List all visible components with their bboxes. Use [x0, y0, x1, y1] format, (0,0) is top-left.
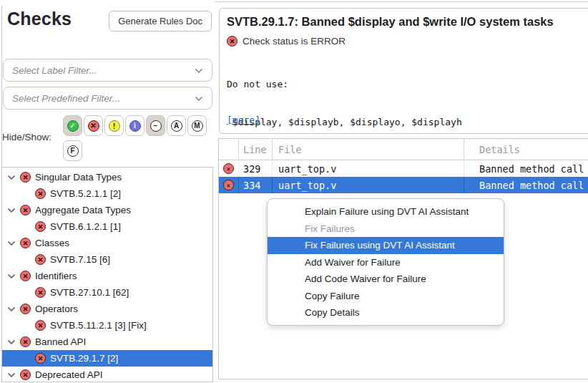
- error-icon: ✕: [20, 369, 31, 380]
- header-details: Details: [464, 139, 588, 160]
- error-icon-cell: ✕: [219, 177, 238, 193]
- tree-item-label: Aggregate Data Types: [35, 205, 131, 215]
- predefined-filter-select[interactable]: Select Predefined Filter...: [3, 87, 212, 110]
- top-divider: [215, 1, 588, 2]
- tree-item-label: Identifiers: [35, 271, 77, 281]
- tree-item-banned-api[interactable]: ✕ Banned API: [2, 334, 212, 350]
- error-icon: ✕: [35, 254, 46, 265]
- page-title: Checks: [7, 9, 72, 29]
- minus-circle-icon: −: [150, 120, 162, 132]
- tree-item-label: Operators: [35, 304, 78, 314]
- toggle-show-errors-button[interactable]: ✕: [84, 115, 103, 136]
- generate-rules-doc-button[interactable]: Generate Rules Doc: [109, 11, 212, 31]
- toggle-show-f-button[interactable]: F: [63, 140, 82, 161]
- label-filter-placeholder: Select Label Filter...: [12, 65, 195, 76]
- failure-line: 329: [238, 160, 272, 177]
- failure-line: 334: [238, 177, 272, 193]
- chevron-down-icon[interactable]: [7, 273, 17, 279]
- menu-item-copy-details[interactable]: Copy Details: [268, 304, 504, 321]
- label-filter-select[interactable]: Select Label Filter...: [3, 59, 212, 82]
- error-icon: ✕: [35, 353, 46, 364]
- menu-item-add-waiver[interactable]: Add Waiver for Failure: [268, 254, 504, 271]
- check-status-text: Check status is ERROR: [242, 36, 346, 47]
- menu-item-add-code-waiver[interactable]: Add Code Waiver for Failure: [268, 271, 504, 288]
- tree-item-identifiers[interactable]: ✕ Identifiers: [2, 268, 212, 284]
- tree-item-svtb-7-15[interactable]: ✕ SVTB.7.15 [6]: [2, 251, 212, 268]
- tree-item-label: SVTB.5.11.2.1 [3] [Fix]: [50, 320, 147, 331]
- chevron-down-icon: [195, 64, 203, 77]
- tree-item-label: SVTB.27.10.1 [62]: [50, 287, 129, 298]
- tree-item-label: Banned API: [35, 336, 86, 347]
- error-icon: ✕: [20, 304, 31, 314]
- error-icon: ✕: [20, 336, 31, 347]
- check-status: ✕ Check status is ERROR: [227, 36, 346, 47]
- chevron-down-icon[interactable]: [7, 241, 17, 246]
- failures-table-header: Line File Details: [219, 139, 588, 160]
- error-icon: ✕: [20, 172, 31, 183]
- hide-show-label: Hide/Show:: [2, 132, 52, 142]
- tree-item-aggregate-data-types[interactable]: ✕ Aggregate Data Types: [2, 202, 212, 218]
- header-line: Line: [238, 139, 272, 160]
- failure-file: uart_top.v: [272, 160, 464, 177]
- tree-item-label: Classes: [35, 238, 69, 248]
- error-icon: ✕: [20, 238, 31, 248]
- error-icon: ✕: [20, 205, 31, 215]
- toggle-show-a-button[interactable]: A: [167, 115, 186, 136]
- circled-a-icon: A: [171, 120, 182, 132]
- chevron-down-icon[interactable]: [7, 306, 17, 312]
- chevron-down-icon[interactable]: [7, 339, 17, 345]
- toggle-show-infos-button[interactable]: i: [125, 115, 144, 136]
- error-icon-cell: ✕: [219, 160, 238, 177]
- error-icon: ✕: [35, 320, 46, 331]
- tree-item-operators[interactable]: ✕ Operators: [2, 301, 212, 317]
- error-icon: ✕: [88, 120, 99, 132]
- predefined-filter-placeholder: Select Predefined Filter...: [12, 93, 195, 104]
- toggle-show-m-button[interactable]: M: [187, 115, 207, 136]
- check-details-panel: SVTB.29.1.7: Banned $display and $write …: [219, 8, 588, 134]
- menu-item-copy-failure[interactable]: Copy Failure: [268, 288, 504, 305]
- description-line: Do not use:: [227, 78, 484, 91]
- tree-item-svtb-29-1-7[interactable]: ✕ SVTB.29.1.7 [2]: [2, 350, 212, 367]
- menu-item-explain-failure-ai[interactable]: Explain Failure using DVT AI Assistant: [268, 203, 504, 220]
- tree-item-singular-data-types[interactable]: ✕ Singular Data Types: [2, 169, 212, 185]
- error-icon: ✕: [35, 188, 46, 199]
- tree-item-svtb-5-11-2-1[interactable]: ✕ SVTB.5.11.2.1 [3] [Fix]: [2, 317, 212, 334]
- context-menu: Explain Failure using DVT AI Assistant F…: [267, 198, 504, 326]
- chevron-down-icon[interactable]: [7, 175, 17, 180]
- tree-item-label: SVTB.7.15 [6]: [50, 254, 110, 265]
- warning-icon: !: [109, 120, 120, 132]
- check-icon: ✓: [67, 120, 79, 132]
- header-file: File: [272, 139, 464, 160]
- error-icon: ✕: [223, 163, 234, 174]
- tree-item-label: SVTB.29.1.7 [2]: [50, 353, 118, 364]
- checks-tree: ✕ Singular Data Types ✕ SVTB.5.2.1.1 [2]…: [1, 167, 213, 382]
- error-icon: ✕: [20, 271, 31, 281]
- toggle-show-passed-button[interactable]: ✓: [63, 115, 82, 136]
- tree-item-deprecated-api[interactable]: ✕ Deprecated API: [2, 367, 212, 382]
- more-link[interactable]: [more]: [227, 115, 260, 125]
- circled-f-icon: F: [67, 145, 79, 157]
- failure-details: Banned method call: [464, 160, 588, 177]
- header-icon-column: [219, 139, 238, 160]
- error-icon: ✕: [223, 180, 234, 190]
- error-icon: ✕: [227, 36, 237, 47]
- failure-details: Banned method call: [464, 177, 588, 193]
- menu-item-fix-failures-ai[interactable]: Fix Failures using DVT AI Assistant: [268, 237, 504, 254]
- error-icon: ✕: [35, 287, 46, 298]
- failure-file: uart_top.v: [272, 177, 464, 193]
- error-icon: ✕: [35, 221, 46, 232]
- failure-row[interactable]: ✕ 334 uart_top.v Banned method call: [219, 177, 588, 193]
- toggle-show-warnings-button[interactable]: !: [104, 115, 124, 136]
- toggle-show-notrun-button[interactable]: −: [146, 115, 165, 136]
- tree-item-label: SVTB.5.2.1.1 [2]: [50, 188, 121, 199]
- chevron-down-icon[interactable]: [7, 372, 17, 378]
- checks-panel: Checks Generate Rules Doc Select Label F…: [0, 0, 215, 383]
- chevron-down-icon[interactable]: [7, 208, 17, 213]
- tree-item-svtb-27-10-1[interactable]: ✕ SVTB.27.10.1 [62]: [2, 284, 212, 301]
- tree-item-svtb-5-2-1-1[interactable]: ✕ SVTB.5.2.1.1 [2]: [2, 185, 212, 202]
- tree-item-classes[interactable]: ✕ Classes: [2, 235, 212, 251]
- tree-item-label: Deprecated API: [35, 369, 103, 380]
- checks-header: Checks Generate Rules Doc: [7, 9, 212, 31]
- tree-item-svtb-6-1-2-1[interactable]: ✕ SVTB.6.1.2.1 [1]: [2, 218, 212, 235]
- failure-row[interactable]: ✕ 329 uart_top.v Banned method call: [219, 160, 588, 177]
